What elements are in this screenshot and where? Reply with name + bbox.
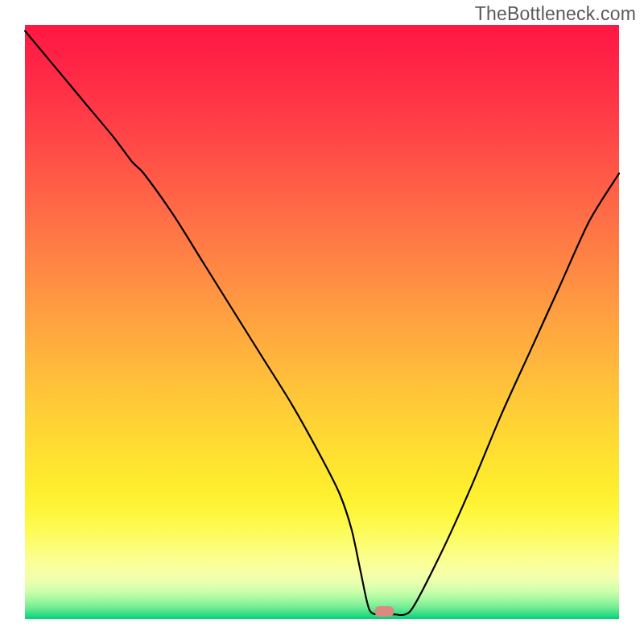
watermark-text: TheBottleneck.com bbox=[475, 3, 636, 25]
chart-container: TheBottleneck.com bbox=[0, 0, 644, 644]
optimal-marker bbox=[374, 606, 394, 617]
bottleneck-chart bbox=[0, 0, 644, 644]
plot-background bbox=[25, 25, 619, 619]
